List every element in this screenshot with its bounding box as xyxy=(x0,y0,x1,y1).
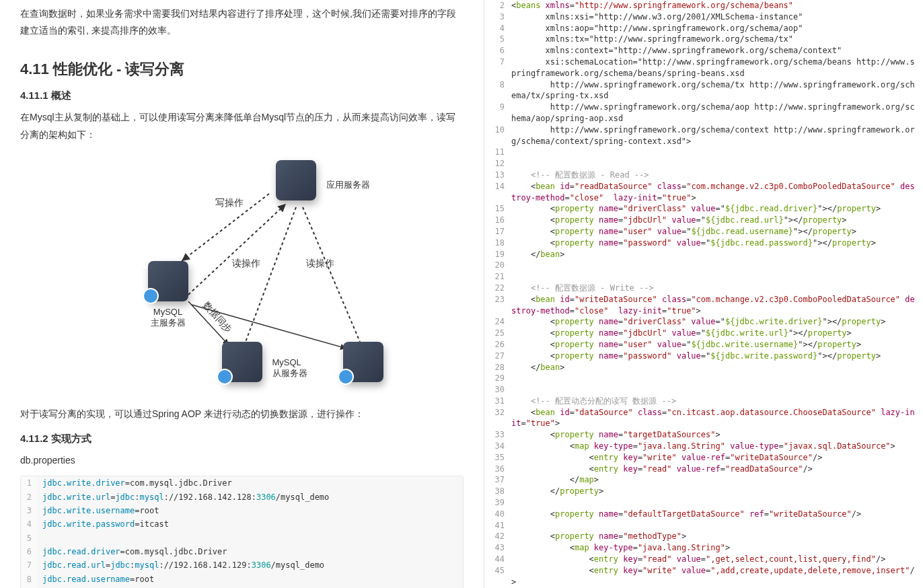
slave-label: MySQL 从服务器 xyxy=(272,357,307,379)
code-line: 34 <map key-type="java.lang.String" valu… xyxy=(484,441,923,452)
code-line: 27 <property name="password" value="${jd… xyxy=(484,351,923,362)
svg-line-3 xyxy=(303,207,360,342)
code-line: 31 <!-- 配置动态分配的读写 数据源 --> xyxy=(484,396,923,407)
mysql-master-node: MySQL 主服务器 xyxy=(148,261,188,329)
code-line: 43 <map key-type="java.lang.String"> xyxy=(484,542,923,554)
intro-paragraph: 在查询数据时，如果业务需求中需要我们对结果内容进行了排序处理，这个时候,我们还需… xyxy=(20,5,464,39)
code-line: 14 <bean id="readDataSource" class="com.… xyxy=(484,181,923,204)
app-server-label: 应用服务器 xyxy=(326,179,370,191)
code-right-column: 2<beans xmlns="http://www.springframewor… xyxy=(484,0,923,588)
code-line: 39 xyxy=(484,497,923,509)
spring-xml-code[interactable]: 2<beans xmlns="http://www.springframewor… xyxy=(484,0,923,588)
code-line: 2<beans xmlns="http://www.springframewor… xyxy=(484,0,923,11)
code-line: 42 <property name="methodType"> xyxy=(484,531,923,542)
code-line: 5 xmlns:tx="http://www.springframework.o… xyxy=(484,34,923,45)
code-line: 3jdbc.write.username=root xyxy=(21,504,463,517)
code-line: 9 http://www.springframework.org/schema/… xyxy=(484,102,923,124)
code-line: 40 <property name="defaultTargetDataSour… xyxy=(484,509,923,520)
code-line: 26 <property name="user" value="${jdbc.w… xyxy=(484,339,923,351)
code-line: 1jdbc.write.driver=com.mysql.jdbc.Driver xyxy=(21,476,463,490)
aop-paragraph: 对于读写分离的实现，可以通过Spring AOP 来进行动态的切换数据源，进行操… xyxy=(20,406,464,422)
code-line: 35 <entry key="write" value-ref="writeDa… xyxy=(484,452,923,464)
code-line: 4 xmlns:aop="http://www.springframework.… xyxy=(484,23,923,34)
app-server-node xyxy=(276,160,316,200)
code-line: 17 <property name="user" value="${jdbc.r… xyxy=(484,226,923,237)
svg-line-2 xyxy=(246,207,296,342)
database-icon xyxy=(143,288,159,304)
code-line: 38 </property> xyxy=(484,486,923,497)
code-line: 37 </map> xyxy=(484,474,923,486)
section-heading: 4.11 性能优化 - 读写分离 xyxy=(20,59,464,79)
subsection-heading-1: 4.11.1 概述 xyxy=(20,89,464,102)
code-line: 45 <entry key="write" value=",add,create… xyxy=(484,565,923,588)
overview-paragraph: 在Mysql主从复制的基础上，可以使用读写分离来降低单台Mysql节点的压力，从… xyxy=(20,109,464,143)
code-line: 24 <property name="driverClass" value="$… xyxy=(484,316,923,328)
write-op-label: 写操作 xyxy=(215,197,244,209)
code-line: 8jdbc.read.username=root xyxy=(21,573,463,586)
code-line: 30 xyxy=(484,384,923,396)
code-line: 36 <entry key="read" value-ref="readData… xyxy=(484,464,923,475)
mysql-slave-node-2 xyxy=(343,342,383,382)
db-properties-label: db.properties xyxy=(20,452,464,469)
db-properties-code[interactable]: 1jdbc.write.driver=com.mysql.jdbc.Driver… xyxy=(20,476,464,588)
code-line: 41 xyxy=(484,520,923,531)
code-line: 12 xyxy=(484,158,923,170)
architecture-diagram: 应用服务器 MySQL 主服务器 MySQL 从服务器 写操作 读操作 读操作 … xyxy=(81,153,404,396)
code-line: 23 <bean id="writeDataSource" class="com… xyxy=(484,294,923,317)
server-icon xyxy=(148,261,188,301)
master-label: MySQL 主服务器 xyxy=(148,307,188,329)
code-line: 2jdbc.write.url=jdbc:mysql://192.168.142… xyxy=(21,490,463,504)
code-line: 22 <!-- 配置数据源 - Write --> xyxy=(484,283,923,294)
code-line: 20 xyxy=(484,260,923,271)
code-line: 7 xsi:schemaLocation="http://www.springf… xyxy=(484,57,923,79)
code-line: 16 <property name="jdbcUrl" value="${jdb… xyxy=(484,215,923,226)
code-line: 8 http://www.springframework.org/schema/… xyxy=(484,79,923,102)
code-line: 6 xmlns:context="http://www.springframew… xyxy=(484,45,923,57)
read-op-label-2: 读操作 xyxy=(306,258,334,270)
code-line: 32 <bean id="dataSource" class="cn.itcas… xyxy=(484,407,923,430)
code-line: 5 xyxy=(21,531,463,545)
code-line: 19 </bean> xyxy=(484,249,923,260)
sync-label: 数据同步 xyxy=(200,299,234,336)
subsection-heading-2: 4.11.2 实现方式 xyxy=(20,433,464,445)
code-line: 13 <!-- 配置数据源 - Read --> xyxy=(484,170,923,181)
database-icon xyxy=(217,369,233,385)
code-line: 15 <property name="driverClass" value="$… xyxy=(484,203,923,215)
code-line: 28 </bean> xyxy=(484,362,923,373)
code-line: 25 <property name="jdbcUrl" value="${jdb… xyxy=(484,328,923,339)
code-line: 10 http://www.springframework.org/schema… xyxy=(484,124,923,147)
code-line: 11 xyxy=(484,147,923,158)
code-line: 18 <property name="password" value="${jd… xyxy=(484,237,923,249)
code-line: 44 <entry key="read" value=",get,select,… xyxy=(484,554,923,565)
code-line: 6jdbc.read.driver=com.mysql.jdbc.Driver xyxy=(21,545,463,558)
code-line: 7jdbc.read.url=jdbc:mysql://192.168.142.… xyxy=(21,558,463,572)
mysql-slave-node-1 xyxy=(222,342,262,382)
article-left-column: 在查询数据时，如果业务需求中需要我们对结果内容进行了排序处理，这个时候,我们还需… xyxy=(0,0,484,588)
read-op-label-1: 读操作 xyxy=(232,258,260,270)
code-line: 33 <property name="targetDataSources"> xyxy=(484,429,923,441)
server-icon xyxy=(343,342,383,382)
svg-line-1 xyxy=(188,204,286,295)
server-icon xyxy=(222,342,262,382)
code-line: 3 xmlns:xsi="http://www.w3.org/2001/XMLS… xyxy=(484,11,923,23)
code-line: 29 xyxy=(484,373,923,384)
server-icon xyxy=(276,160,316,200)
code-line: 4jdbc.write.password=itcast xyxy=(21,517,463,531)
database-icon xyxy=(338,369,354,385)
code-line: 21 xyxy=(484,271,923,283)
